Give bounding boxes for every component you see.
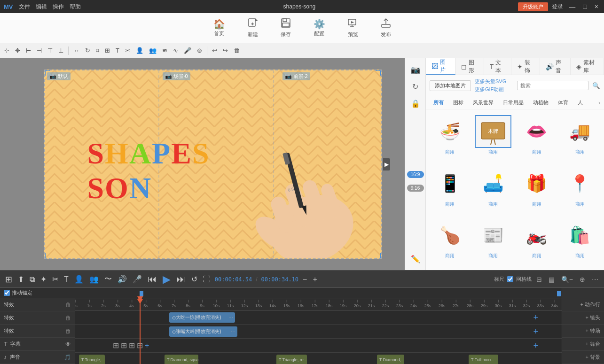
- pen-btn[interactable]: ✏️: [408, 251, 423, 266]
- tl-view-btn[interactable]: ▤: [547, 275, 557, 284]
- tl-more-btn[interactable]: ⋯: [590, 275, 600, 284]
- tl-play-btn[interactable]: ▶: [161, 272, 172, 287]
- tab-image[interactable]: 🖼 图片: [426, 58, 455, 75]
- track-fx-1-delete[interactable]: 🗑: [65, 302, 71, 308]
- transition-add[interactable]: +: [145, 341, 149, 350]
- clip-fx-2[interactable]: ⊙ 张嘴大叫(播放完消失) ⋯: [169, 326, 237, 337]
- track-fx-2-delete[interactable]: 🗑: [65, 315, 71, 321]
- sub-tool-rotate[interactable]: ↻: [83, 46, 93, 55]
- clip-fx-1-more[interactable]: ⋯: [228, 315, 233, 320]
- tl-open-btn[interactable]: ⬆: [16, 273, 25, 285]
- add-local-image-button[interactable]: 添加本地图片: [430, 80, 471, 91]
- panel-item-1[interactable]: 木牌 商用: [473, 113, 513, 163]
- sub-tool-align-left[interactable]: ⊢: [24, 46, 33, 55]
- tab-assets[interactable]: ◈ 素材库: [571, 58, 604, 75]
- sub-clip-5[interactable]: T Full moo...: [469, 355, 498, 364]
- grid-checkbox[interactable]: [507, 276, 513, 282]
- sub-tool-wave[interactable]: ∿: [171, 46, 180, 55]
- canvas[interactable]: 📷 默认 📷 场景·0 📷 前景·2 SHAPES: [44, 70, 382, 259]
- cat-daily[interactable]: 日常用品: [499, 98, 527, 107]
- toolbar-home[interactable]: 🏠 首页: [210, 17, 229, 39]
- toolbar-new[interactable]: 新建: [244, 16, 262, 40]
- cat-icon[interactable]: 图标: [449, 98, 467, 107]
- clip-fx-2-more[interactable]: ⋯: [231, 329, 235, 334]
- cat-all[interactable]: 所有: [430, 98, 447, 107]
- sub-tool-flip[interactable]: ↔: [71, 46, 82, 55]
- tl-fx-2-add-btn[interactable]: +: [533, 327, 538, 337]
- sub-tool-redo[interactable]: ↪: [220, 46, 230, 55]
- tl-skip-back-btn[interactable]: ⏮: [146, 272, 158, 286]
- tl-fx-btn[interactable]: ✦: [39, 273, 48, 285]
- sub-tool-select[interactable]: ⊹: [2, 46, 12, 55]
- toolbar-preview[interactable]: 预览: [344, 16, 362, 40]
- toolbar-publish[interactable]: 发布: [377, 16, 395, 40]
- tl-text-btn[interactable]: T: [63, 274, 70, 285]
- panel-item-2[interactable]: 👄 商用: [517, 113, 557, 163]
- panel-item-11[interactable]: 🛍️ 商用: [560, 217, 600, 266]
- tl-fullscreen-btn[interactable]: ⛶: [202, 274, 212, 285]
- sub-tool-anim[interactable]: ≋: [160, 46, 170, 55]
- cat-person[interactable]: 人: [574, 98, 587, 107]
- panel-item-10[interactable]: 🏍️ 商用: [517, 217, 557, 266]
- tl-mic-btn[interactable]: 🎤: [131, 273, 143, 285]
- aspect-16-9[interactable]: 16:9: [407, 171, 424, 178]
- transition-4[interactable]: ⊞: [137, 341, 143, 350]
- sub-clip-1[interactable]: T Triangle,...: [79, 355, 105, 364]
- cat-more-arrow[interactable]: ›: [598, 100, 600, 106]
- more-gif-link[interactable]: 更多GIF动画: [475, 86, 506, 93]
- sub-tool-split[interactable]: ✂: [123, 46, 133, 55]
- tl-time-minus[interactable]: −: [301, 274, 308, 285]
- cat-sport[interactable]: 体育: [554, 98, 572, 107]
- tab-audio[interactable]: 🔊 声音: [540, 58, 571, 75]
- sub-tool-undo[interactable]: ↩: [210, 46, 220, 55]
- menu-file[interactable]: 文件: [19, 3, 30, 11]
- sub-tool-delete[interactable]: 🗑: [231, 46, 242, 55]
- sub-clip-3[interactable]: T Triangle, re...: [276, 355, 307, 364]
- cat-scenery[interactable]: 风景世界: [469, 98, 497, 107]
- sub-tool-align-right[interactable]: ⊤: [45, 46, 55, 55]
- tab-text[interactable]: T 文本: [484, 58, 511, 75]
- tl-tts-btn[interactable]: 🔊: [116, 273, 128, 285]
- menu-help[interactable]: 帮助: [70, 3, 81, 11]
- tab-decoration[interactable]: ✦ 装饰: [511, 58, 540, 75]
- sub-tool-crop[interactable]: ⌗: [94, 46, 102, 55]
- tl-loop-btn[interactable]: ↺: [190, 273, 199, 285]
- canvas-expand-btn[interactable]: ▶: [383, 158, 390, 170]
- track-fx-3-delete[interactable]: 🗑: [65, 328, 71, 334]
- tl-scene-btn[interactable]: ⧉: [28, 274, 36, 285]
- panel-search-input[interactable]: [517, 81, 588, 90]
- panel-item-0[interactable]: 🍜 商用: [430, 113, 470, 163]
- sub-tool-mic[interactable]: 🎤: [181, 46, 194, 55]
- sub-clip-4[interactable]: T Diamond,...: [377, 355, 404, 364]
- tl-grid-settings[interactable]: ⊟: [534, 275, 544, 284]
- pin-checkbox[interactable]: [4, 290, 10, 296]
- tl-wave-btn[interactable]: 〜: [103, 273, 113, 286]
- sub-tool-persons[interactable]: 👥: [147, 46, 159, 55]
- tl-zoom-in-btn[interactable]: ⊕: [578, 275, 587, 284]
- transition-2[interactable]: ⊞: [121, 341, 127, 350]
- close-button[interactable]: ×: [593, 3, 600, 10]
- tl-zoom-out-btn[interactable]: 🔍−: [559, 275, 575, 284]
- rotate-canvas-btn[interactable]: ↻: [408, 79, 423, 94]
- sub-tool-text[interactable]: T: [113, 46, 122, 55]
- sub-tool-person[interactable]: 👤: [133, 46, 146, 55]
- login-button[interactable]: 登录: [552, 3, 563, 11]
- audio-music-icon[interactable]: 🎵: [64, 354, 71, 361]
- panel-item-8[interactable]: 🍗 商用: [430, 217, 470, 266]
- panel-item-9[interactable]: 📰 商用: [473, 217, 513, 266]
- sub-tool-move[interactable]: ✥: [13, 46, 23, 55]
- panel-item-7[interactable]: 📍 商用: [560, 165, 600, 215]
- subtitle-eye-icon[interactable]: 👁: [65, 341, 71, 348]
- tl-add-media-btn[interactable]: ⊞: [4, 273, 14, 286]
- screenshot-btn[interactable]: 📷: [408, 62, 423, 77]
- tl-skip-fwd-btn[interactable]: ⏭: [175, 272, 187, 286]
- toolbar-save[interactable]: 保存: [277, 16, 295, 40]
- tab-shape[interactable]: ◻ 图形: [455, 58, 484, 75]
- lock-btn[interactable]: 🔒: [408, 96, 423, 111]
- timeline-ruler[interactable]: 0s 1s 2s 3s 4s 5s 6s 7s 8s 9s 10s 11s 12…: [75, 299, 562, 310]
- transition-3[interactable]: ⊞: [129, 341, 135, 350]
- clip-fx-1[interactable]: ⊙ 大吃一惊(播放完消失) ⋯: [169, 312, 235, 323]
- menu-operate[interactable]: 操作: [53, 3, 64, 11]
- minimize-button[interactable]: —: [567, 3, 577, 10]
- sub-tool-align-top[interactable]: ⊥: [56, 46, 66, 55]
